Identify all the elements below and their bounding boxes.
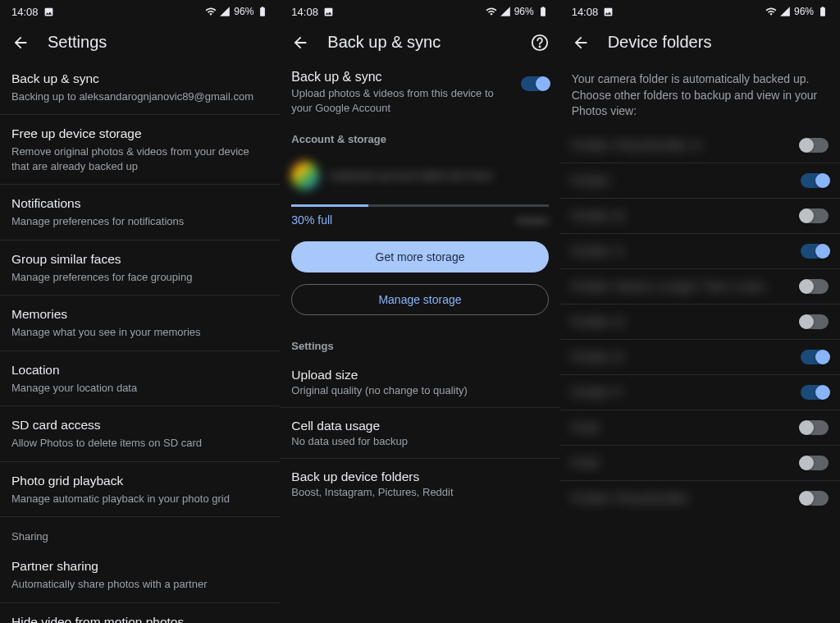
account-row[interactable]: redacted account label text here [280, 150, 559, 201]
folders-list: Folder Placeholder AFolderFolder BFolder… [560, 128, 840, 623]
folder-row[interactable]: Fold [560, 410, 840, 446]
folder-toggle[interactable] [801, 491, 829, 506]
toggle-backup-sync[interactable] [521, 76, 549, 91]
folder-name: Folder [572, 173, 612, 187]
status-time: 14:08 [11, 6, 39, 18]
item-notifications[interactable]: Notifications Manage preferences for not… [0, 185, 280, 240]
signal-icon [779, 6, 791, 17]
folder-toggle[interactable] [801, 350, 829, 364]
picture-icon [323, 7, 334, 17]
back-icon[interactable] [291, 34, 309, 52]
folder-row[interactable]: Folder E [560, 340, 840, 375]
back-icon[interactable] [11, 34, 30, 52]
folder-name: Folder F [572, 385, 624, 399]
avatar [291, 162, 319, 190]
folder-toggle[interactable] [801, 138, 829, 153]
folder-toggle[interactable] [801, 385, 829, 400]
item-partner-sharing[interactable]: Partner sharing Automatically share phot… [0, 547, 280, 602]
screen-device-folders: 14:08 96% Device folders Your camera fol… [560, 0, 840, 623]
status-bar: 14:08 96% [0, 0, 280, 21]
settings-list: Back up & sync Backing up to aleksandaro… [0, 60, 280, 623]
folder-toggle[interactable] [801, 420, 829, 435]
folder-row[interactable]: Fold [560, 446, 840, 481]
battery-pct: 96% [514, 6, 534, 17]
backup-sync-main: Back up & sync Upload photos & videos fr… [280, 60, 559, 126]
status-time: 14:08 [572, 6, 599, 18]
folder-name: Folder B [572, 208, 625, 222]
folder-row[interactable]: Folder [560, 163, 840, 199]
folder-name: Folder Name Longer Two Lines [572, 279, 766, 293]
battery-icon [537, 6, 549, 17]
battery-icon [257, 6, 268, 17]
status-time: 14:08 [291, 6, 318, 18]
item-sd-card[interactable]: SD card access Allow Photos to delete it… [0, 406, 280, 461]
app-bar: Device folders [560, 21, 840, 60]
item-backup-folders[interactable]: Back up device folders Boost, Instagram,… [280, 459, 559, 509]
signal-icon [500, 6, 511, 17]
page-title: Back up & sync [327, 33, 512, 52]
item-free-storage[interactable]: Free up device storage Remove original p… [0, 115, 280, 185]
item-cell-data[interactable]: Cell data usage No data used for backup [280, 408, 559, 459]
status-bar: 14:08 96% [280, 0, 559, 21]
wifi-icon [205, 6, 217, 17]
folder-name: Fold [572, 420, 599, 434]
folder-row[interactable]: Folder D [560, 305, 840, 340]
status-bar: 14:08 96% [560, 0, 840, 21]
folder-name: Folder D [572, 314, 626, 328]
battery-pct: 96% [794, 6, 814, 17]
page-title: Device folders [608, 33, 829, 52]
picture-icon [43, 7, 54, 17]
main-title: Back up & sync [291, 70, 510, 85]
help-icon[interactable] [531, 34, 549, 52]
folder-row[interactable]: Folder Placeholder [560, 481, 840, 515]
folder-name: Folder C [572, 244, 626, 258]
app-bar: Back up & sync [280, 21, 559, 60]
item-sub: Backing up to aleksandarognjanovic89@gma… [11, 89, 268, 104]
item-memories[interactable]: Memories Manage what you see in your mem… [0, 295, 280, 350]
folder-toggle[interactable] [801, 279, 829, 294]
app-bar: Settings [0, 21, 280, 60]
battery-pct: 96% [234, 6, 253, 17]
section-settings: Settings [280, 323, 559, 357]
section-sharing: Sharing [0, 517, 280, 547]
storage-pct: 30% full [291, 213, 332, 227]
item-location[interactable]: Location Manage your location data [0, 351, 280, 406]
item-group-faces[interactable]: Group similar faces Manage preferences f… [0, 240, 280, 295]
manage-storage-button[interactable]: Manage storage [291, 284, 548, 315]
svg-point-1 [539, 46, 540, 47]
item-backup-sync[interactable]: Back up & sync Backing up to aleksandaro… [0, 60, 280, 115]
folder-name: Fold [572, 456, 599, 470]
screen-backup-sync: 14:08 96% Back up & sync Back up & sync … [280, 0, 559, 623]
picture-icon [603, 7, 614, 17]
item-title: Back up & sync [11, 71, 268, 88]
folder-toggle[interactable] [801, 208, 829, 223]
folder-row[interactable]: Folder C [560, 234, 840, 269]
folder-name: Folder Placeholder [572, 491, 690, 505]
wifi-icon [486, 6, 497, 17]
folder-toggle[interactable] [801, 173, 829, 188]
account-label: redacted account label text here [329, 169, 492, 182]
get-more-storage-button[interactable]: Get more storage [291, 241, 548, 273]
folder-toggle[interactable] [801, 244, 829, 259]
page-title: Settings [48, 33, 268, 52]
back-icon[interactable] [572, 34, 590, 52]
item-grid-playback[interactable]: Photo grid playback Manage automatic pla… [0, 462, 280, 517]
section-account-storage: Account & storage [280, 126, 559, 150]
signal-icon [219, 6, 231, 17]
folder-toggle[interactable] [801, 456, 829, 470]
item-hide-video[interactable]: Hide video from motion photos Other peop… [0, 603, 280, 623]
battery-icon [817, 6, 829, 17]
folder-row[interactable]: Folder F [560, 375, 840, 410]
main-sub: Upload photos & videos from this device … [291, 86, 510, 115]
intro-text: Your camera folder is automatically back… [560, 60, 840, 128]
screen-settings: 14:08 96% Settings Back up & sync Backin… [0, 0, 280, 623]
folder-toggle[interactable] [801, 314, 829, 329]
folder-name: Folder E [572, 350, 625, 364]
item-upload-size[interactable]: Upload size Original quality (no change … [280, 357, 559, 408]
folder-name: Folder Placeholder A [572, 138, 702, 152]
folder-row[interactable]: Folder B [560, 199, 840, 234]
folder-row[interactable]: Folder Name Longer Two Lines [560, 269, 840, 305]
storage-detail: hidden [517, 214, 549, 227]
storage-row: 30% full hidden [280, 207, 559, 238]
folder-row[interactable]: Folder Placeholder A [560, 128, 840, 163]
